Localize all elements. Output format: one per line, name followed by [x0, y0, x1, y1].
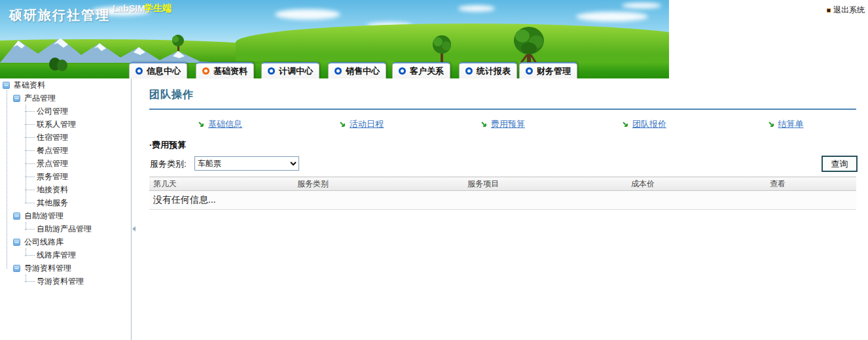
tree-line — [25, 255, 35, 256]
tree-line — [25, 124, 35, 125]
page-title: 团队操作 — [149, 88, 194, 102]
tree-label: 自助游产品管理 — [37, 224, 92, 235]
title-rule — [149, 109, 856, 110]
budget-table: 第几天 服务类别 服务项目 成本价 查看 没有任何信息... — [149, 177, 856, 210]
main-content: 团队操作 基础信息 活动日程 费用预算 团队报价 结算单 ·费用预算 服务类别:… — [132, 78, 868, 340]
tree-label: 公司管理 — [37, 106, 68, 117]
link-label[interactable]: 费用预算 — [491, 118, 525, 130]
arrow-down-right-icon — [198, 121, 205, 128]
mountains-icon — [0, 35, 223, 63]
tree-item-company-management[interactable]: 公司管理 — [0, 105, 131, 118]
query-button[interactable]: 查询 — [822, 156, 858, 172]
tree-label: 票务管理 — [37, 171, 68, 182]
circle-dot-icon — [335, 67, 342, 75]
tree-icon — [48, 56, 68, 73]
link-label[interactable]: 团队报价 — [632, 118, 666, 130]
arrow-down-right-icon — [768, 121, 775, 128]
tab-label: 统计报表 — [477, 65, 511, 77]
col-service-type: 服务类别 — [293, 177, 463, 191]
tree-item-self-guided-tour-management[interactable]: 自助游管理 — [0, 209, 131, 222]
arrow-down-right-icon — [622, 121, 629, 128]
cloud-art — [275, 9, 340, 20]
tree-line — [25, 203, 35, 203]
tab-statistics-reports[interactable]: 统计报表 — [459, 62, 517, 78]
tree-label: 产品管理 — [24, 93, 56, 104]
col-service-item: 服务项目 — [463, 177, 627, 191]
tree-line — [25, 111, 35, 112]
tree-label: 自助游管理 — [24, 211, 63, 222]
tree-item-route-library-management[interactable]: 线路库管理 — [0, 248, 131, 262]
arrow-down-right-icon — [480, 121, 488, 128]
tree-item-contact-management[interactable]: 联系人管理 — [0, 118, 131, 131]
minus-box-icon[interactable] — [13, 212, 20, 220]
link-basic-info[interactable]: 基础信息 — [149, 116, 291, 133]
tab-planning-center[interactable]: 计调中心 — [261, 62, 319, 78]
tree-label: 住宿管理 — [37, 132, 68, 143]
logout-link[interactable]: 退出系统 — [827, 5, 865, 16]
tab-label: 客户关系 — [410, 65, 444, 77]
tree-label: 导游资料管理 — [37, 276, 84, 287]
tree-item-local-guide-data[interactable]: 地接资料 — [0, 183, 131, 196]
tree-item-company-route-library[interactable]: 公司线路库 — [0, 235, 131, 248]
tree-line — [25, 229, 35, 230]
link-settlement[interactable]: 结算单 — [715, 116, 856, 133]
service-type-select[interactable]: 车船票 — [194, 156, 299, 171]
tab-label: 财务管理 — [537, 65, 571, 77]
tab-label: 信息中心 — [147, 65, 181, 77]
tree-label: 其他服务 — [37, 197, 68, 209]
tab-basic-data[interactable]: 基础资料 — [196, 62, 254, 78]
empty-message: 没有任何信息... — [149, 191, 856, 210]
tree-label: 联系人管理 — [37, 119, 76, 130]
cloud-art — [576, 12, 648, 22]
section-label-cost-budget: ·费用预算 — [149, 139, 186, 151]
minus-box-icon[interactable] — [13, 265, 20, 272]
tree-item-meal-management[interactable]: 餐点管理 — [0, 144, 131, 157]
tree-item-product-management[interactable]: 产品管理 — [0, 92, 131, 105]
tree-line — [25, 150, 35, 151]
tree-item-scenic-spot-management[interactable]: 景点管理 — [0, 157, 131, 170]
tree-line — [25, 137, 35, 138]
logout-label: 退出系统 — [833, 5, 865, 16]
tab-label: 销售中心 — [346, 65, 380, 77]
link-activity-schedule[interactable]: 活动日程 — [291, 116, 432, 133]
col-view: 查看 — [766, 177, 856, 191]
tree-item-basic-data[interactable]: 基础资料 — [0, 78, 131, 92]
link-label[interactable]: 活动日程 — [350, 118, 384, 130]
link-label[interactable]: 结算单 — [778, 118, 804, 130]
app-title: 硕研旅行社管理 — [9, 7, 110, 24]
tree-item-self-guided-product-management[interactable]: 自助游产品管理 — [0, 222, 131, 235]
tab-info-center[interactable]: 信息中心 — [129, 62, 187, 78]
tab-sales-center[interactable]: 销售中心 — [328, 62, 386, 78]
link-team-quotation[interactable]: 团队报价 — [573, 116, 715, 133]
tree-icon — [429, 34, 454, 63]
tree-label: 餐点管理 — [37, 145, 68, 156]
tree-label: 基础资料 — [14, 80, 45, 91]
minus-box-icon[interactable] — [13, 95, 20, 102]
sidebar-tree: 基础资料 产品管理 公司管理 联系人管理 住宿管理 餐点管理 景点管理 票务管理… — [0, 78, 131, 340]
step-links: 基础信息 活动日程 费用预算 团队报价 结算单 — [149, 116, 856, 133]
circle-dot-icon — [268, 67, 275, 75]
minus-box-icon[interactable] — [3, 82, 10, 89]
tree-item-ticket-management[interactable]: 票务管理 — [0, 170, 131, 183]
tree-icon — [170, 34, 186, 51]
tree-label: 公司线路库 — [24, 237, 63, 248]
service-type-label: 服务类别: — [150, 158, 187, 170]
empty-row: 没有任何信息... — [149, 191, 856, 210]
tree-line — [25, 177, 35, 177]
table-header-row: 第几天 服务类别 服务项目 成本价 查看 — [149, 177, 856, 191]
tree-item-lodging-management[interactable]: 住宿管理 — [0, 131, 131, 144]
tree-item-other-services[interactable]: 其他服务 — [0, 196, 131, 209]
app-subtitle: LabSIM — [113, 3, 145, 14]
tab-customer-relations[interactable]: 客户关系 — [392, 62, 450, 78]
circle-dot-icon — [465, 67, 473, 75]
tree-item-guide-data-management-child[interactable]: 导游资料管理 — [0, 275, 131, 288]
tab-label: 计调中心 — [279, 65, 313, 77]
tree-item-guide-data-management[interactable]: 导游资料管理 — [0, 262, 131, 275]
minus-box-icon[interactable] — [13, 239, 20, 246]
link-cost-budget[interactable]: 费用预算 — [432, 116, 573, 133]
cloud-art — [622, 3, 661, 8]
col-cost-price: 成本价 — [627, 177, 766, 191]
tab-finance-management[interactable]: 财务管理 — [519, 62, 577, 78]
col-day: 第几天 — [149, 177, 293, 191]
link-label[interactable]: 基础信息 — [208, 118, 242, 130]
